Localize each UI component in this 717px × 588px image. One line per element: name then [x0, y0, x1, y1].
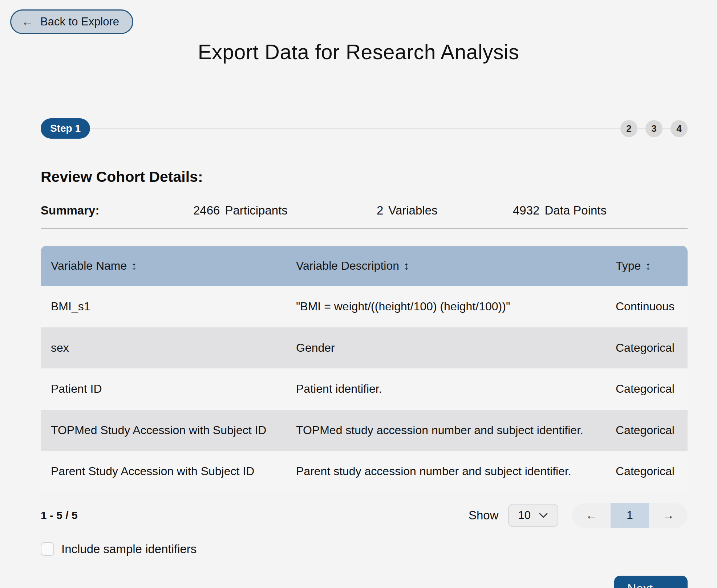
cell-variable-description: Parent study accession number and subjec… — [286, 451, 605, 492]
column-header-variable-name[interactable]: Variable Name ↕ — [41, 246, 286, 286]
cell-variable-name: TOPMed Study Accession with Subject ID — [41, 410, 286, 451]
main-content: Step 1 2 3 4 Review Cohort Details: Summ… — [41, 118, 688, 588]
column-header-variable-description[interactable]: Variable Description ↕ — [286, 246, 605, 286]
sort-icon: ↕ — [131, 260, 137, 273]
datapoints-label: Data Points — [544, 204, 607, 217]
cell-variable-name: Patient ID — [41, 368, 286, 410]
cell-type: Categorical — [605, 327, 688, 369]
participants-value: 2466 — [193, 204, 220, 217]
column-header-type[interactable]: Type ↕ — [605, 246, 688, 286]
cell-variable-name: Parent Study Accession with Subject ID — [41, 451, 286, 492]
datapoints-stat: 4932 Data Points — [513, 204, 607, 217]
show-label: Show — [469, 509, 499, 522]
table-row: sex Gender Categorical — [41, 327, 688, 369]
cell-variable-description: Patient identifier. — [286, 368, 605, 410]
current-page-indicator[interactable]: 1 — [611, 503, 649, 528]
include-sample-identifiers-label: Include sample identifiers — [61, 542, 197, 556]
column-header-label: Type — [616, 259, 641, 273]
sort-icon: ↕ — [404, 260, 409, 273]
chevron-down-icon — [539, 513, 548, 518]
participants-label: Participants — [225, 204, 287, 217]
table-row: Parent Study Accession with Subject ID P… — [41, 451, 688, 492]
next-page-button[interactable]: → — [649, 503, 688, 528]
step-2-circle[interactable]: 2 — [620, 120, 637, 137]
include-sample-identifiers-option: Include sample identifiers — [41, 542, 688, 556]
cell-type: Categorical — [605, 410, 688, 451]
next-button-row: Next → — [41, 576, 688, 588]
table-row: Patient ID Patient identifier. Categoric… — [41, 368, 688, 410]
step-4-circle[interactable]: 4 — [671, 120, 688, 137]
next-button-label: Next — [627, 581, 653, 588]
table-body: BMI_s1 "BMI = weight/((height/100) (heig… — [41, 286, 688, 492]
row-range-label: 1 - 5 / 5 — [41, 509, 78, 522]
cell-variable-name: BMI_s1 — [41, 286, 286, 327]
variables-table: Variable Name ↕ Variable Description ↕ T… — [41, 246, 688, 492]
table-footer: 1 - 5 / 5 Show 10 ← 1 → — [41, 503, 688, 528]
variables-stat: 2 Variables — [377, 204, 513, 217]
summary-label: Summary: — [41, 204, 193, 217]
previous-page-button[interactable]: ← — [572, 503, 611, 528]
table-header-row: Variable Name ↕ Variable Description ↕ T… — [41, 246, 688, 286]
table-row: TOPMed Study Accession with Subject ID T… — [41, 410, 688, 451]
datapoints-value: 4932 — [513, 204, 539, 217]
table-row: BMI_s1 "BMI = weight/((height/100) (heig… — [41, 286, 688, 327]
cell-type: Categorical — [605, 451, 688, 492]
pagination: ← 1 → — [572, 503, 688, 528]
back-button-label: Back to Explore — [40, 15, 119, 28]
cell-type: Continuous — [605, 286, 688, 327]
step-connector-line — [637, 128, 645, 129]
cell-variable-description: Gender — [286, 327, 605, 369]
next-arrow-icon: → — [662, 582, 675, 588]
section-heading: Review Cohort Details: — [41, 168, 688, 185]
cell-variable-description: "BMI = weight/((height/100) (height/100)… — [286, 286, 605, 327]
column-header-label: Variable Description — [296, 259, 399, 273]
step-connector-line — [663, 128, 671, 129]
cohort-summary: Summary: 2466 Participants 2 Variables 4… — [41, 204, 688, 229]
cell-variable-description: TOPMed study accession number and subjec… — [286, 410, 605, 451]
back-arrow-icon: ← — [21, 16, 33, 28]
next-button[interactable]: Next → — [614, 576, 688, 588]
variables-label: Variables — [388, 204, 437, 217]
cell-type: Categorical — [605, 368, 688, 410]
step-1-badge[interactable]: Step 1 — [41, 118, 90, 139]
column-header-label: Variable Name — [51, 259, 127, 273]
variables-value: 2 — [377, 204, 383, 217]
cell-variable-name: sex — [41, 327, 286, 369]
page-size-select[interactable]: 10 — [508, 504, 558, 527]
step-progress: Step 1 2 3 4 — [41, 118, 688, 139]
participants-stat: 2466 Participants — [193, 204, 377, 217]
page-size-value: 10 — [518, 509, 531, 522]
sort-icon: ↕ — [645, 260, 651, 273]
step-3-circle[interactable]: 3 — [645, 120, 663, 137]
step-connector-line — [90, 128, 620, 129]
back-to-explore-button[interactable]: ← Back to Explore — [10, 9, 133, 34]
include-sample-identifiers-checkbox[interactable] — [41, 542, 54, 556]
